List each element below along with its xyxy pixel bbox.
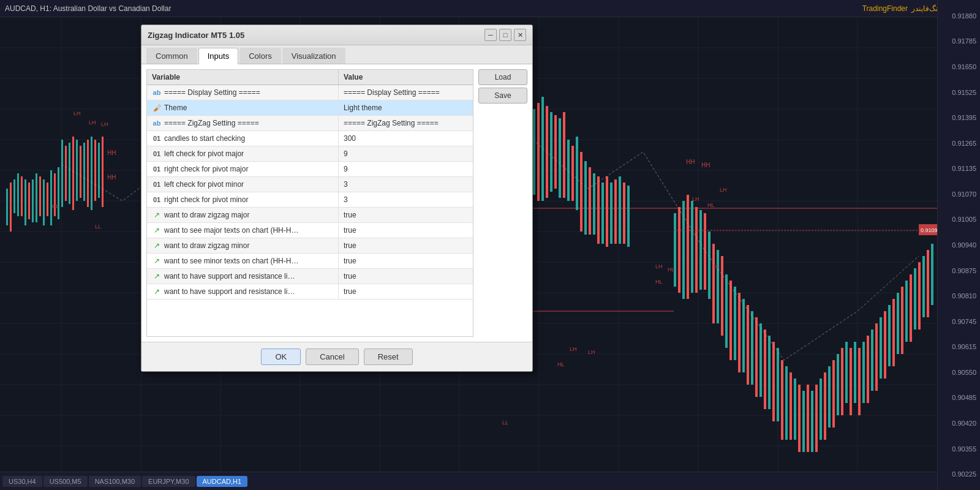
brush-icon: 🖌 xyxy=(152,103,162,113)
cell-value: true xyxy=(338,223,473,238)
cell-value: 300 xyxy=(338,131,473,146)
table-row[interactable]: 🖌 Theme Light theme xyxy=(147,100,473,116)
ok-button[interactable]: OK xyxy=(261,349,301,365)
numeric-icon: 01 xyxy=(152,195,162,205)
reset-button[interactable]: Reset xyxy=(364,349,413,365)
cell-variable: ↗ want to have support and resistance li… xyxy=(147,284,338,299)
arrow-icon: ↗ xyxy=(152,241,162,251)
close-button[interactable]: ✕ xyxy=(514,29,526,41)
zigzag-dialog: Zigzag Indicator MT5 1.05 ─ □ ✕ Common I… xyxy=(141,24,533,372)
minimize-button[interactable]: ─ xyxy=(484,29,497,41)
table-row[interactable]: 01 right check for pivot minor 3 xyxy=(147,192,473,208)
dialog-body: Variable Value ab ===== Display Setting … xyxy=(141,64,532,342)
cell-variable: ↗ want to draw zigzag minor xyxy=(147,238,338,253)
cell-value: true xyxy=(338,269,473,284)
restore-button[interactable]: □ xyxy=(499,29,511,41)
dialog-footer: OK Cancel Reset xyxy=(141,342,532,371)
cell-value: true xyxy=(338,284,473,299)
table-empty-space xyxy=(147,300,473,336)
tab-inputs[interactable]: Inputs xyxy=(198,48,238,64)
tab-visualization[interactable]: Visualization xyxy=(282,48,345,64)
cell-variable: 01 candles to start checking xyxy=(147,131,338,146)
table-row[interactable]: ↗ want to see major texts on chart (HH-H… xyxy=(147,223,473,238)
table-row[interactable]: 01 left check for pivot minor 3 xyxy=(147,177,473,192)
cell-value: ===== ZigZag Setting ===== xyxy=(338,116,473,130)
cell-variable: ab ===== Display Setting ===== xyxy=(147,85,338,100)
cell-value: ===== Display Setting ===== xyxy=(338,85,473,100)
load-button[interactable]: Load xyxy=(478,69,527,85)
cell-variable: ↗ want to draw zigzag major xyxy=(147,208,338,222)
arrow-icon: ↗ xyxy=(152,210,162,220)
cell-variable: 🖌 Theme xyxy=(147,100,338,115)
header-value: Value xyxy=(338,70,473,85)
cell-variable: 01 right check for pivot minor xyxy=(147,192,338,207)
arrow-icon: ↗ xyxy=(152,271,162,281)
table-row[interactable]: 01 left check for pivot major 9 xyxy=(147,146,473,162)
table-row[interactable]: ↗ want to draw zigzag major true xyxy=(147,208,473,223)
numeric-icon: 01 xyxy=(152,149,162,159)
table-row[interactable]: 01 candles to start checking 300 xyxy=(147,131,473,146)
table-header: Variable Value xyxy=(147,70,473,85)
cell-value: Light theme xyxy=(338,100,473,115)
side-buttons: Load Save xyxy=(478,69,527,337)
cancel-button[interactable]: Cancel xyxy=(306,349,358,365)
cell-variable: ↗ want to see minor texts on chart (HH-H… xyxy=(147,254,338,268)
dialog-window-controls: ─ □ ✕ xyxy=(484,29,526,41)
cell-variable: ↗ want to have support and resistance li… xyxy=(147,269,338,284)
ab-icon: ab xyxy=(152,118,162,128)
header-variable: Variable xyxy=(147,70,338,85)
table-row[interactable]: ↗ want to see minor texts on chart (HH-H… xyxy=(147,254,473,269)
cell-value: 9 xyxy=(338,162,473,176)
cell-value: 9 xyxy=(338,146,473,161)
dialog-title: Zigzag Indicator MT5 1.05 xyxy=(148,31,244,40)
ab-icon: ab xyxy=(152,88,162,97)
numeric-icon: 01 xyxy=(152,179,162,189)
arrow-icon: ↗ xyxy=(152,287,162,296)
table-row[interactable]: ↗ want to have support and resistance li… xyxy=(147,269,473,284)
numeric-icon: 01 xyxy=(152,164,162,174)
arrow-icon: ↗ xyxy=(152,256,162,266)
table-row[interactable]: ab ===== Display Setting ===== ===== Dis… xyxy=(147,85,473,100)
tab-colors[interactable]: Colors xyxy=(239,48,281,64)
cell-variable: ab ===== ZigZag Setting ===== xyxy=(147,116,338,130)
arrow-icon: ↗ xyxy=(152,225,162,235)
table-row[interactable]: ↗ want to draw zigzag minor true xyxy=(147,238,473,254)
table-row[interactable]: 01 right check for pivot major 9 xyxy=(147,162,473,177)
table-row[interactable]: ab ===== ZigZag Setting ===== ===== ZigZ… xyxy=(147,116,473,131)
cell-variable: ↗ want to see major texts on chart (HH-H… xyxy=(147,223,338,238)
dialog-titlebar: Zigzag Indicator MT5 1.05 ─ □ ✕ xyxy=(141,25,532,45)
cell-value: true xyxy=(338,208,473,222)
dialog-overlay: Zigzag Indicator MT5 1.05 ─ □ ✕ Common I… xyxy=(0,0,980,490)
table-row[interactable]: ↗ want to have support and resistance li… xyxy=(147,284,473,300)
cell-value: 3 xyxy=(338,177,473,192)
cell-value: 3 xyxy=(338,192,473,207)
cell-variable: 01 left check for pivot major xyxy=(147,146,338,161)
save-button[interactable]: Save xyxy=(478,88,527,104)
cell-value: true xyxy=(338,254,473,268)
params-table: Variable Value ab ===== Display Setting … xyxy=(146,69,473,337)
numeric-icon: 01 xyxy=(152,134,162,143)
cell-variable: 01 left check for pivot minor xyxy=(147,177,338,192)
cell-variable: 01 right check for pivot major xyxy=(147,162,338,176)
dialog-tabs: Common Inputs Colors Visualization xyxy=(141,45,532,64)
cell-value: true xyxy=(338,238,473,253)
tab-common[interactable]: Common xyxy=(146,48,197,64)
